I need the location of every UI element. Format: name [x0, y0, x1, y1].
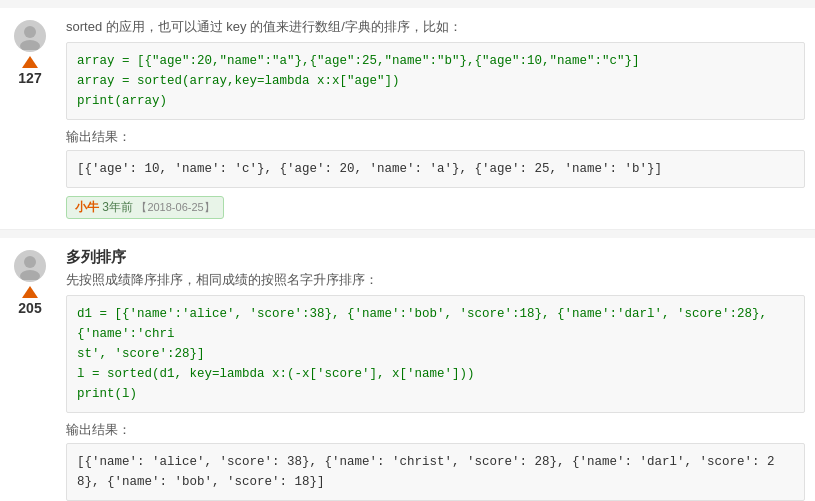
left-column-2: 205 [0, 248, 60, 501]
post-date-1: 【2018-06-25】 [136, 201, 214, 213]
left-column-1: 127 [0, 18, 60, 219]
content-col-1: sorted 的应用，也可以通过 key 的值来进行数组/字典的排序，比如： a… [60, 18, 805, 219]
output-label-2: 输出结果： [66, 421, 805, 439]
content-col-2: 多列排序 先按照成绩降序排序，相同成绩的按照名字升序排序： d1 = [{'na… [60, 248, 805, 501]
output-block-1: [{'age': 10, 'name': 'c'}, {'age': 20, '… [66, 150, 805, 188]
avatar-1 [14, 20, 46, 52]
svg-point-3 [20, 270, 40, 280]
post-container: 127 sorted 的应用，也可以通过 key 的值来进行数组/字典的排序，比… [0, 0, 815, 501]
code-block-2: d1 = [{'name':'alice', 'score':38}, {'na… [66, 295, 805, 413]
vote-count-1: 127 [18, 70, 41, 86]
post-block-1: 127 sorted 的应用，也可以通过 key 的值来进行数组/字典的排序，比… [0, 8, 815, 230]
code-block-1: array = [{"age":20,"name":"a"},{"age":25… [66, 42, 805, 120]
vote-count-2: 205 [18, 300, 41, 316]
author-tag-1: 小牛 3年前 【2018-06-25】 [66, 196, 224, 219]
svg-point-2 [24, 256, 36, 268]
time-label-1: 3年前 [102, 200, 133, 214]
author-name-1: 小牛 [75, 200, 99, 214]
output-label-1: 输出结果： [66, 128, 805, 146]
svg-point-1 [20, 40, 40, 50]
vote-up-2[interactable] [22, 286, 38, 298]
post-intro-1: sorted 的应用，也可以通过 key 的值来进行数组/字典的排序，比如： [66, 18, 805, 36]
post-title-2: 多列排序 [66, 248, 805, 267]
vote-up-1[interactable] [22, 56, 38, 68]
avatar-2 [14, 250, 46, 282]
output-block-2: [{'name': 'alice', 'score': 38}, {'name'… [66, 443, 805, 501]
post-block-2: 205 多列排序 先按照成绩降序排序，相同成绩的按照名字升序排序： d1 = [… [0, 238, 815, 501]
post-subtitle-2: 先按照成绩降序排序，相同成绩的按照名字升序排序： [66, 271, 805, 289]
post-footer-1: 小牛 3年前 【2018-06-25】 [66, 196, 805, 219]
svg-point-0 [24, 26, 36, 38]
